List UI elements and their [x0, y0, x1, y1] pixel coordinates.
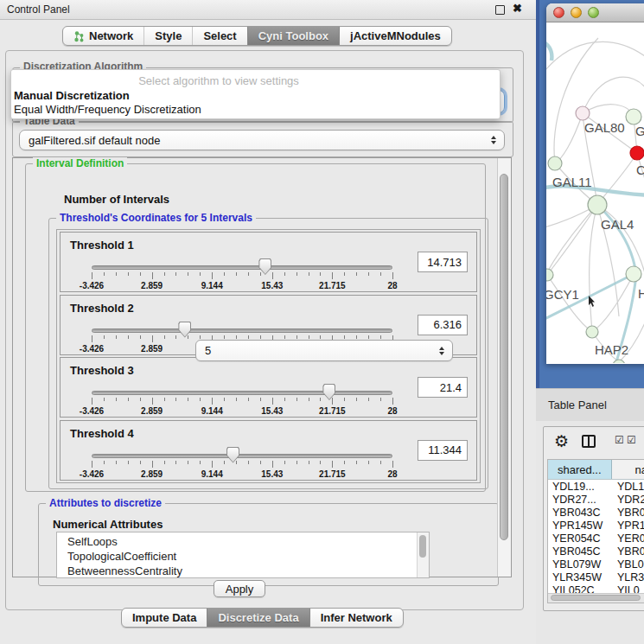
network-node[interactable]: [630, 146, 644, 160]
apply-button[interactable]: Apply: [214, 580, 265, 597]
screenshot-root: Control Panel ✖ Network Style Select Cyn…: [0, 0, 644, 644]
threshold-value-field[interactable]: 6.316: [418, 315, 468, 335]
minimize-traffic-light[interactable]: [571, 7, 582, 18]
attribute-list-item[interactable]: BetweennessCentrality: [67, 564, 182, 578]
table-row[interactable]: YBL079WYBL0: [548, 558, 644, 571]
network-icon: [73, 30, 85, 42]
number-of-intervals-value: 5: [205, 344, 211, 357]
number-of-intervals-label: Number of Intervals: [64, 193, 169, 206]
table-panel-box: ⚙ ☑ ☑ shared... na YDL19...YDL1YDR27...Y…: [543, 426, 644, 611]
slider-tick-labels: -3.4262.8599.14415.4321.71528: [92, 406, 392, 417]
tab-discretize-data[interactable]: Discretize Data: [207, 609, 309, 627]
network-node-label: GAL11: [552, 175, 592, 189]
settings-scroll-pane: Interval Definition Number of Intervals …: [12, 157, 512, 577]
vertical-scrollbar-thumb[interactable]: [500, 174, 508, 540]
menu-item-equal-width-frequency[interactable]: Equal Width/Frequency Discretization: [14, 103, 201, 116]
tab-style[interactable]: Style: [143, 27, 192, 45]
table-cell-shared-name: YBR045C: [548, 545, 614, 558]
network-node-label: GCY1: [546, 287, 579, 302]
table-row[interactable]: YDR27...YDR2: [548, 493, 644, 506]
slider-track[interactable]: [92, 454, 392, 458]
threshold-value-field[interactable]: 21.4: [418, 377, 468, 398]
threshold-label: Threshold 2: [70, 302, 134, 315]
network-node[interactable]: [626, 109, 641, 124]
table-panel-body: ⚙ ☑ ☑ shared... na YDL19...YDL1YDR27...Y…: [536, 421, 644, 644]
slider-ticks: [92, 398, 392, 405]
menu-item-manual-discretization[interactable]: Manual Discretization: [14, 89, 130, 102]
slider-tick-labels: -3.4262.8599.14415.4321.71528: [92, 469, 392, 480]
tab-cyni-toolbox[interactable]: Cyni Toolbox: [247, 27, 339, 45]
table-panel-titlebar: Table Panel: [536, 388, 644, 421]
tab-impute-data[interactable]: Impute Data: [122, 609, 207, 627]
close-icon[interactable]: ✖: [513, 2, 522, 15]
table-row[interactable]: YER054CYER0: [548, 532, 644, 545]
gear-icon[interactable]: ⚙: [554, 432, 569, 451]
table-row[interactable]: YPR145WYPR1: [548, 519, 644, 532]
table-cell-name: YLR3: [614, 571, 644, 583]
network-window-titlebar: [546, 3, 644, 22]
attributes-group-title: Attributes to discretize: [46, 497, 165, 509]
network-node[interactable]: [613, 360, 625, 363]
slider-track[interactable]: [92, 328, 392, 333]
table-row[interactable]: YBR043CYBR0: [548, 506, 644, 519]
table-row[interactable]: YBR045CYBR0: [548, 545, 644, 558]
table-header-name[interactable]: na: [612, 460, 644, 479]
attribute-list-item[interactable]: SelfLoops: [67, 534, 182, 549]
number-of-intervals-combo[interactable]: 5: [195, 340, 453, 361]
table-header-shared-name[interactable]: shared...: [548, 460, 612, 479]
slider-track[interactable]: [92, 265, 392, 270]
table-cell-name: YDR2: [614, 494, 644, 506]
table-cell-shared-name: YLR345W: [548, 571, 614, 583]
attributes-scrollbar[interactable]: [417, 532, 429, 577]
threshold-value-field[interactable]: 14.713: [418, 252, 468, 272]
close-traffic-light[interactable]: [553, 7, 564, 18]
attributes-group: Attributes to discretize Numerical Attri…: [38, 503, 499, 586]
slider-track[interactable]: [92, 391, 392, 395]
network-node[interactable]: [548, 156, 562, 170]
table-row[interactable]: YLR345WYLR3: [548, 571, 644, 583]
network-node[interactable]: [576, 106, 590, 120]
column-layout-icon[interactable]: [582, 435, 596, 448]
table-toolbar: ⚙ ☑ ☑: [544, 427, 644, 458]
table-data-combo[interactable]: galFiltered.sif default node: [19, 130, 505, 150]
tab-network-label: Network: [89, 29, 133, 42]
slider-tick-labels: -3.4262.8599.14415.4321.71528: [92, 281, 392, 291]
threshold-panel: Threshold 1-3.4262.8599.14415.4321.71528…: [60, 232, 477, 292]
table-panel-title: Table Panel: [548, 399, 607, 411]
panel-title: Control Panel: [7, 3, 70, 16]
network-node[interactable]: [626, 266, 641, 282]
threshold-label: Threshold 3: [70, 364, 134, 377]
checkbox-icon[interactable]: ☑: [615, 434, 624, 446]
network-node-label: C: [636, 163, 644, 177]
network-node[interactable]: [586, 326, 598, 338]
network-node[interactable]: [546, 269, 553, 281]
tab-infer-network[interactable]: Infer Network: [309, 609, 403, 627]
interval-definition-group: Interval Definition Number of Intervals …: [25, 163, 486, 492]
tab-select[interactable]: Select: [192, 27, 246, 45]
threshold-panel: Threshold 4-3.4262.8599.14415.4321.71528…: [60, 420, 477, 481]
float-window-icon[interactable]: [495, 5, 505, 15]
checkbox-icon[interactable]: ☑: [627, 434, 636, 446]
table-cell-shared-name: YPR145W: [548, 520, 614, 532]
table-cell-shared-name: YBL079W: [548, 558, 614, 571]
tab-jactivemnodules[interactable]: jActiveMNodules: [339, 27, 451, 45]
tab-network[interactable]: Network: [63, 27, 143, 45]
network-node-label: HAP2: [595, 342, 628, 357]
network-canvas[interactable]: GAL80GACGAL11GAL4GCY1HHAP2: [546, 22, 644, 363]
network-node[interactable]: [588, 195, 607, 214]
table-row[interactable]: YDL19...YDL1: [548, 480, 644, 493]
attribute-list-item[interactable]: TopologicalCoefficient: [67, 549, 182, 564]
mouse-cursor: [589, 296, 595, 307]
zoom-traffic-light[interactable]: [588, 7, 599, 18]
horizontal-scrollbar[interactable]: [548, 593, 644, 603]
vertical-scrollbar[interactable]: [497, 158, 511, 577]
top-tab-bar: Network Style Select Cyni Toolbox jActiv…: [62, 26, 452, 46]
network-node-label: GAL80: [584, 120, 625, 135]
network-node-label: GA: [635, 124, 644, 138]
table-cell-name: YBL0: [614, 558, 644, 571]
table-cell-name: YBR0: [614, 507, 644, 519]
attribute-items: SelfLoopsTopologicalCoefficientBetweenne…: [67, 534, 182, 578]
threshold-panel: Threshold 3-3.4262.8599.14415.4321.71528…: [60, 357, 477, 418]
numerical-attributes-heading: Numerical Attributes: [53, 518, 163, 531]
threshold-value-field[interactable]: 11.344: [418, 440, 468, 461]
